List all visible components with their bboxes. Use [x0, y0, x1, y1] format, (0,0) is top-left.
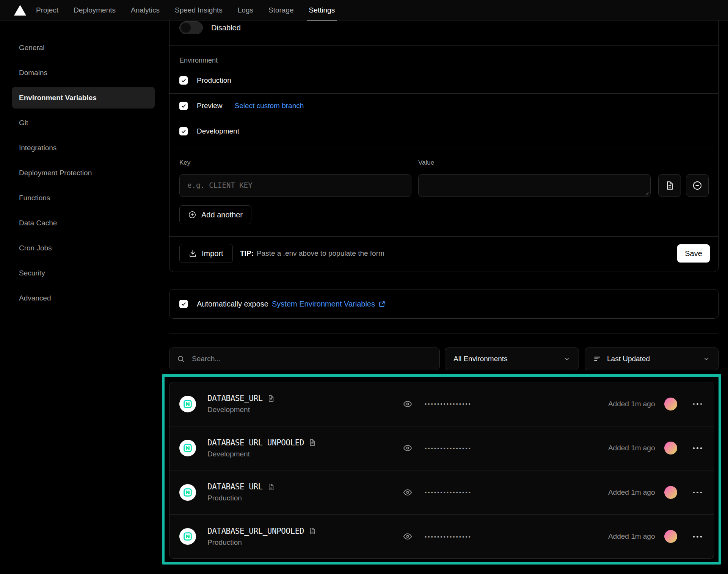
settings-sidebar: General Domains Environment Variables Gi…	[0, 20, 169, 312]
nav-items: Project Deployments Analytics Speed Insi…	[36, 0, 350, 20]
nav-tab-logs[interactable]: Logs	[238, 0, 253, 20]
preview-label: Preview	[197, 102, 223, 110]
chevron-down-icon	[703, 355, 710, 362]
reveal-value-eye-icon[interactable]	[403, 399, 413, 409]
environment-section-label: Environment	[179, 57, 218, 64]
disabled-label: Disabled	[211, 24, 241, 32]
neon-integration-icon	[179, 440, 196, 456]
key-input[interactable]	[179, 174, 411, 197]
nav-tab-deployments[interactable]: Deployments	[74, 0, 116, 20]
divider	[169, 45, 718, 46]
sidebar-item-git[interactable]: Git	[12, 112, 155, 134]
neon-integration-icon	[179, 484, 196, 501]
avatar	[664, 486, 677, 499]
create-env-var-card: Disabled Environment Production Preview …	[169, 0, 719, 272]
vercel-settings-page: Project Deployments Analytics Speed Insi…	[0, 0, 728, 574]
env-variable-row: DATABASE_URL Development •••••••	[169, 382, 714, 426]
neon-integration-icon	[179, 528, 196, 545]
note-icon[interactable]	[267, 483, 275, 491]
row-menu-button[interactable]	[692, 533, 703, 540]
key-label: Key	[179, 159, 190, 167]
chevron-down-icon	[563, 355, 570, 362]
expose-label: Automatically expose	[197, 300, 268, 308]
file-icon	[665, 181, 674, 190]
section-divider	[169, 333, 719, 333]
import-tip: TIP:Paste a .env above to populate the f…	[240, 244, 384, 263]
reveal-value-eye-icon[interactable]	[403, 443, 413, 453]
disabled-toggle-row: Disabled	[179, 19, 241, 36]
production-checkbox[interactable]	[179, 76, 188, 85]
env-variable-row: DATABASE_URL Production ••••••••	[169, 470, 714, 514]
preview-checkbox[interactable]	[179, 102, 188, 110]
value-input[interactable]	[418, 174, 651, 197]
development-label: Development	[197, 127, 239, 135]
sidebar-item-deployment-protection[interactable]: Deployment Protection	[12, 162, 155, 184]
row-menu-button[interactable]	[692, 401, 703, 407]
nav-tab-settings[interactable]: Settings	[309, 0, 335, 20]
note-icon[interactable]	[309, 527, 316, 535]
divider	[169, 148, 718, 148]
nav-tab-project[interactable]: Project	[36, 0, 58, 20]
expose-system-env-card: Automatically expose System Environment …	[169, 289, 719, 319]
env-var-environment: Development	[207, 450, 316, 458]
added-timestamp: Added 1m ago	[608, 532, 655, 541]
search-box	[169, 348, 440, 370]
save-button[interactable]: Save	[677, 244, 710, 263]
note-icon[interactable]	[267, 395, 275, 402]
added-timestamp: Added 1m ago	[608, 400, 655, 408]
select-custom-branch-link[interactable]: Select custom branch	[235, 102, 304, 110]
sidebar-item-functions[interactable]: Functions	[12, 187, 155, 209]
sidebar-item-environment-variables[interactable]: Environment Variables	[12, 87, 155, 109]
sidebar-item-data-cache[interactable]: Data Cache	[12, 212, 155, 234]
sidebar-item-integrations[interactable]: Integrations	[12, 137, 155, 159]
sidebar-item-advanced[interactable]: Advanced	[12, 287, 155, 309]
system-env-variables-link[interactable]: System Environment Variables	[272, 300, 375, 308]
search-icon	[177, 355, 185, 363]
development-checkbox[interactable]	[179, 127, 188, 135]
env-var-environment: Development	[207, 406, 275, 414]
production-label: Production	[197, 76, 231, 85]
divider	[169, 93, 718, 94]
nav-tab-analytics[interactable]: Analytics	[131, 0, 160, 20]
env-var-name: DATABASE_URL_UNPOOLED	[207, 438, 304, 447]
add-another-button[interactable]: Add another	[179, 205, 251, 224]
divider	[169, 236, 718, 237]
env-var-environment: Production	[207, 494, 275, 502]
sidebar-item-cron-jobs[interactable]: Cron Jobs	[12, 237, 155, 259]
reveal-value-eye-icon[interactable]	[403, 532, 413, 541]
search-input[interactable]	[192, 355, 432, 363]
env-variable-row: DATABASE_URL_UNPOOLED Development	[169, 426, 714, 470]
paste-env-file-button[interactable]	[658, 174, 681, 197]
hidden-value: •••••••••••••••	[425, 533, 472, 540]
neon-integration-icon	[179, 396, 196, 412]
main-content: Disabled Environment Production Preview …	[169, 0, 719, 574]
environment-filter-value: All Environments	[453, 355, 557, 363]
expose-checkbox[interactable]	[179, 300, 188, 308]
nav-tab-storage[interactable]: Storage	[268, 0, 294, 20]
row-menu-button[interactable]	[692, 445, 703, 451]
reveal-value-eye-icon[interactable]	[403, 488, 413, 497]
sort-dropdown[interactable]: Last Updated	[585, 348, 719, 370]
env-variable-row: DATABASE_URL_UNPOOLED Production	[169, 514, 714, 559]
vercel-logo-icon[interactable]	[14, 5, 26, 16]
disabled-toggle[interactable]	[179, 21, 203, 34]
minus-circle-icon	[692, 180, 703, 191]
added-timestamp: Added 1m ago	[608, 488, 655, 497]
row-menu-button[interactable]	[692, 489, 703, 496]
nav-tab-speed-insights[interactable]: Speed Insights	[175, 0, 223, 20]
import-button[interactable]: Import	[179, 244, 233, 263]
environment-filter-dropdown[interactable]: All Environments	[445, 348, 579, 370]
remove-row-button[interactable]	[686, 174, 709, 197]
environment-row-preview: Preview Select custom branch	[179, 98, 304, 114]
env-var-name: DATABASE_URL_UNPOOLED	[207, 527, 304, 536]
sidebar-item-security[interactable]: Security	[12, 262, 155, 284]
sidebar-item-general[interactable]: General	[12, 37, 155, 58]
note-icon[interactable]	[309, 439, 316, 446]
hidden-value: •••••••••••••••	[425, 489, 472, 495]
divider	[169, 119, 718, 119]
hidden-value: •••••••••••••••	[425, 401, 472, 407]
resize-handle-icon[interactable]	[644, 190, 649, 195]
sidebar-item-domains[interactable]: Domains	[12, 62, 155, 83]
env-var-name: DATABASE_URL	[207, 482, 263, 491]
environment-row-production: Production	[179, 72, 231, 89]
